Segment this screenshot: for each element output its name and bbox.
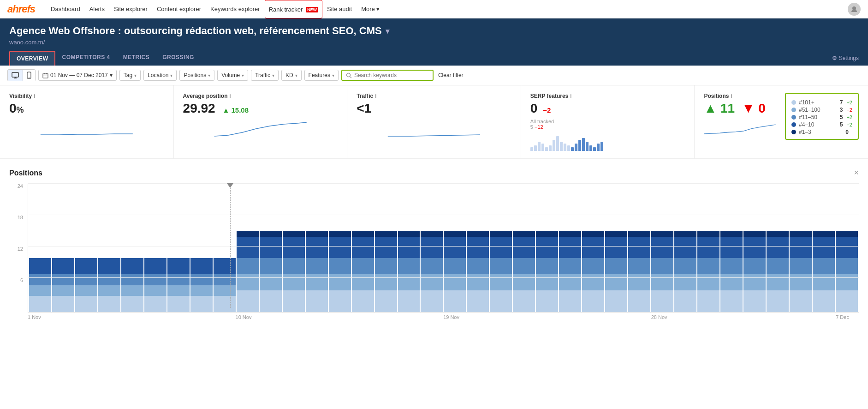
bar-segment [536,258,558,274]
bar-column[interactable] [467,183,489,312]
nav-site-explorer[interactable]: Site explorer [109,0,152,18]
bar-column[interactable] [167,183,190,312]
bar-column[interactable] [98,183,120,312]
serp-features-info-icon[interactable]: i [570,93,571,99]
bar-column[interactable] [75,183,97,312]
xaxis-label [582,314,605,320]
bar-segment [559,231,581,237]
bar-column[interactable] [559,183,581,312]
bar-column[interactable] [237,183,259,312]
bar-segment [743,274,766,290]
bar-segment [536,237,558,259]
bar-segment [237,274,259,290]
svg-rect-1 [12,72,18,77]
bar-column[interactable] [421,183,443,312]
clear-filter-button[interactable]: Clear filter [438,72,464,78]
bar-column[interactable] [582,183,604,312]
bar-column[interactable] [190,183,213,312]
bar-column[interactable] [628,183,650,312]
bar-segment [444,237,466,259]
kd-filter-button[interactable]: KD ▾ [281,70,302,81]
bar-segment [628,258,650,274]
bar-column[interactable] [352,183,374,312]
xaxis-label [74,314,97,320]
bar-column[interactable] [536,183,558,312]
positions-value: ▲ 11 ▼ 0 [704,101,776,116]
xaxis-label [420,314,443,320]
bar-column[interactable] [29,183,51,312]
avg-position-value: 29.92 ▲ 15.08 [183,101,338,116]
xaxis-label [143,314,166,320]
bar-column[interactable] [306,183,328,312]
xaxis-label [559,314,582,320]
nav-dashboard[interactable]: Dashboard [46,0,85,18]
bar-segment [214,258,236,274]
bar-column[interactable] [605,183,627,312]
user-avatar[interactable] [848,3,861,16]
settings-link[interactable]: ⚙ Settings [832,55,859,61]
nav-content-explorer[interactable]: Content explorer [152,0,206,18]
tab-grossing[interactable]: GROSSING [156,50,201,66]
positions-info-icon[interactable]: i [731,93,732,99]
bar-column[interactable] [375,183,397,312]
keyword-search-box[interactable] [341,70,434,81]
ahrefs-logo: ahrefs [7,3,35,15]
date-range-filter[interactable]: 01 Nov — 07 Dec 2017 ▾ [38,70,117,81]
features-filter-button[interactable]: Features ▾ [304,70,339,81]
volume-filter-button[interactable]: Volume ▾ [217,70,248,81]
avg-position-info-icon[interactable]: i [230,93,231,99]
bar-column[interactable] [398,183,420,312]
mobile-device-button[interactable] [23,70,35,81]
bar-column[interactable] [121,183,143,312]
bar-column[interactable] [720,183,743,312]
chart-close-button[interactable]: × [854,168,859,178]
bar-segment [836,274,858,290]
bar-segment [214,296,236,312]
bar-column[interactable] [329,183,351,312]
bar-column[interactable] [52,183,74,312]
tab-overview[interactable]: OVERVIEW [9,51,55,66]
pos-legend-label: #101+ [799,99,837,106]
tab-competitors[interactable]: COMPETITORS 4 [55,50,116,66]
desktop-device-button[interactable] [8,70,23,81]
bar-column[interactable] [651,183,673,312]
bar-column[interactable] [444,183,466,312]
bar-column[interactable] [743,183,766,312]
traffic-filter-button[interactable]: Traffic ▾ [251,70,279,81]
nav-more[interactable]: More ▾ [357,0,384,18]
bar-column[interactable] [813,183,835,312]
bar-column[interactable] [513,183,535,312]
location-filter-button[interactable]: Location ▾ [143,70,177,81]
bar-segment [582,258,604,274]
bar-column[interactable] [674,183,696,312]
traffic-value: <1 [357,101,511,116]
bar-column[interactable] [214,183,236,312]
bar-column[interactable] [790,183,812,312]
positions-filter-button[interactable]: Positions ▾ [179,70,214,81]
stacked-bars [28,183,859,313]
tag-filter-button[interactable]: Tag ▾ [119,70,141,81]
project-dropdown-caret[interactable]: ▾ [386,27,389,36]
bar-column[interactable] [144,183,166,312]
bar-column[interactable] [836,183,858,312]
traffic-info-icon[interactable]: i [375,93,376,99]
keyword-search-input[interactable] [354,72,429,78]
bar-segment [190,258,213,274]
bar-column[interactable] [697,183,719,312]
bar-segment [697,258,719,274]
bar-column[interactable] [260,183,282,312]
tab-metrics[interactable]: METRICS [117,50,156,66]
bar-segment [98,296,120,312]
nav-rank-tracker[interactable]: Rank tracker NEW [265,0,322,18]
nav-alerts[interactable]: Alerts [85,0,109,18]
bar-column[interactable] [767,183,789,312]
bar-column[interactable] [490,183,512,312]
mobile-icon [27,72,31,79]
bar-column[interactable] [283,183,305,312]
visibility-info-icon[interactable]: i [34,93,35,99]
date-range-caret: ▾ [110,72,113,78]
bar-segment [260,258,282,274]
bar-segment [720,290,743,312]
nav-site-audit[interactable]: Site audit [322,0,357,18]
nav-keywords-explorer[interactable]: Keywords explorer [206,0,265,18]
